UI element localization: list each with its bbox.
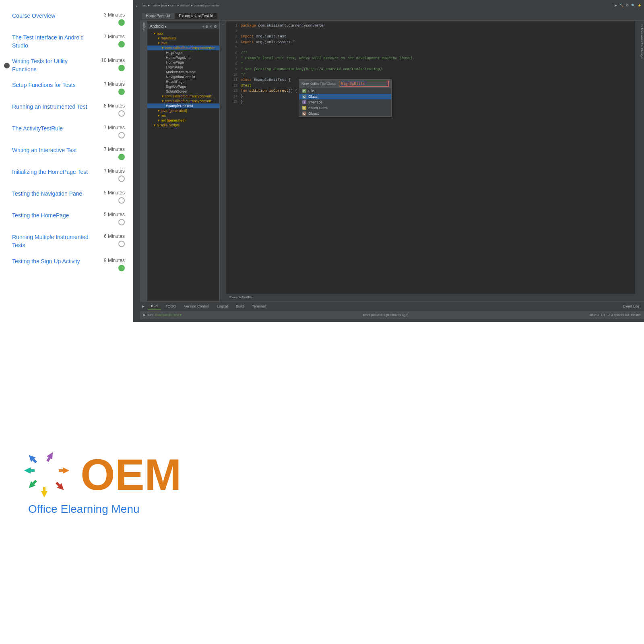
autocomplete-item-file[interactable]: F File [299, 88, 391, 94]
ide-bottom-panel: ▶ Run TODO Version Control Logcat Build … [140, 301, 644, 322]
svg-marker-12 [24, 467, 31, 474]
tree-item[interactable]: ExampleUnitTest [147, 103, 219, 108]
interface-icon: I [302, 100, 306, 104]
code-line-11: 11 class ExampleUnitTest { [229, 78, 632, 83]
tree-item[interactable]: ▾ java (generated) [147, 108, 219, 113]
logo-container: OEM Office Elearning Menu [24, 450, 182, 516]
sidebar-item-status-test-interface [118, 41, 125, 47]
sidebar-item-duration-homepage-test: 7 Minutes [104, 168, 125, 174]
oem-letter-o: OEM [80, 452, 182, 497]
tree-item[interactable]: LoginPage [147, 65, 219, 70]
svg-marker-4 [63, 467, 69, 474]
bottom-tab-terminal[interactable]: Terminal [249, 303, 269, 309]
autocomplete-label-object: Object [308, 111, 319, 116]
sidebar-item-multiple-tests[interactable]: Running Multiple Instrumented Tests6 Min… [12, 229, 125, 253]
tree-item[interactable]: ▾ com.skillsoft.currencyconverter (test) [147, 99, 219, 103]
sidebar-item-status-homepage-test [118, 175, 125, 182]
sidebar-item-status-signup-activity [118, 265, 125, 271]
autocomplete-dropdown[interactable]: New Kotlin File/Class F File C Class [299, 79, 392, 117]
oem-logo-arrows [24, 450, 72, 499]
sidebar-item-setup-functions[interactable]: Setup Functions for Tests7 Minutes [12, 77, 125, 99]
sidebar-item-status-activity-test-rule [118, 132, 125, 138]
tree-item[interactable]: ▾ res [147, 113, 219, 118]
tree-item[interactable]: SplashScreen [147, 89, 219, 94]
tree-item[interactable]: SignUpPage [147, 84, 219, 89]
main-container: Course Overview3 MinutesThe Test Interfa… [0, 0, 644, 644]
tree-item[interactable]: MarketStatusPage [147, 70, 219, 74]
ide-tab-exampleunit[interactable]: ExampleUnitTest.kt [175, 13, 218, 19]
autocomplete-input[interactable] [339, 81, 389, 87]
autocomplete-item-class[interactable]: C Class [299, 94, 391, 99]
ide-tab-homepage[interactable]: HomePage.kt [142, 13, 174, 19]
sidebar-item-duration-setup-functions: 7 Minutes [104, 81, 125, 87]
autocomplete-label-interface: Interface [308, 100, 322, 104]
tree-item[interactable]: HomePage [147, 60, 219, 65]
bottom-tab-eventlog[interactable]: Event Log [619, 303, 642, 309]
sidebar-item-signup-activity[interactable]: Testing the Sign Up Activity9 Minutes [12, 254, 125, 275]
sidebar-item-homepage[interactable]: Testing the HomePage5 Minutes [12, 208, 125, 229]
tree-item[interactable]: HomePageUnit [147, 55, 219, 60]
tree-item[interactable]: HelpPage [147, 50, 219, 55]
ide-status-bar: ▶ Run: ExampleUnitTest ▾ Tests passed: 1… [140, 311, 644, 319]
bottom-tab-logcat[interactable]: Logcat [214, 303, 231, 309]
sidebar-item-duration-instrumented-test: 8 Minutes [104, 103, 125, 109]
sidebar-item-duration-writing-tests: 10 Minutes [101, 58, 125, 63]
ide-left-strip: ≡ [133, 0, 140, 322]
tree-item[interactable]: ▾ app [147, 31, 219, 36]
sidebar-item-status-course-overview [118, 19, 125, 26]
tree-item[interactable]: ▾ manifests [147, 36, 219, 41]
svg-rect-9 [43, 487, 45, 491]
course-list: Course Overview3 MinutesThe Test Interfa… [12, 8, 125, 275]
file-tree: Android ▾ + ⊕ ✕ ⚙ ▾ app▾ manifests▾ java… [147, 21, 220, 301]
autocomplete-item-object[interactable]: O Object [299, 111, 391, 116]
sidebar-item-interactive-test[interactable]: Writing an Interactive Test7 Minutes [12, 142, 125, 164]
code-line-6: 6 /** [229, 51, 632, 56]
code-line-9: 9 * See [testing documentation](http://d… [229, 67, 632, 72]
tree-item[interactable]: NavigationPane.kt [147, 74, 219, 79]
sidebar-item-course-overview[interactable]: Course Overview3 Minutes [12, 8, 125, 30]
top-section: Course Overview3 MinutesThe Test Interfa… [0, 0, 644, 322]
autocomplete-label-file: File [308, 89, 314, 93]
sidebar-item-duration-course-overview: 3 Minutes [104, 12, 125, 18]
sidebar-item-test-interface[interactable]: The Test Interface in Android Studio7 Mi… [12, 30, 125, 54]
sidebar-item-activity-test-rule[interactable]: The ActivityTestRule7 Minutes [12, 121, 125, 142]
arrow-cluster [24, 450, 72, 499]
bottom-tab-run[interactable]: Run [148, 303, 161, 310]
autocomplete-item-interface[interactable]: I Interface [299, 99, 391, 105]
bottom-tab-build[interactable]: Build [233, 303, 247, 309]
sidebar-item-status-interactive-test [118, 154, 125, 160]
sidebar-item-homepage-test[interactable]: Initializing the HomePage Test7 Minutes [12, 164, 125, 186]
sidebar-item-title-instrumented-test: Running an Instrumented Test [12, 103, 89, 111]
bottom-tab-version[interactable]: Version Control [181, 303, 212, 309]
project-tab[interactable]: Project [142, 23, 145, 31]
sidebar-item-writing-tests[interactable]: Writing Tests for Utility Functions10 Mi… [12, 54, 125, 77]
tree-item[interactable]: ▾ com.skillsoft.currencyconverter [147, 45, 219, 50]
tree-item[interactable]: ▾ com.skillsoft.currencyconverter (andro… [147, 94, 219, 99]
sidebar-item-title-nav-pane: Testing the Navigation Pane [12, 190, 89, 198]
sidebar-item-title-homepage: Testing the HomePage [12, 212, 89, 220]
autocomplete-title: New Kotlin File/Class [301, 82, 336, 86]
code-line-3: 3 import org.junit.Test [229, 34, 632, 40]
autocomplete-label-enum: Enum class [308, 106, 327, 110]
tree-item[interactable]: ▾ Gradle Scripts [147, 123, 219, 128]
svg-marker-8 [41, 491, 47, 497]
sidebar-item-duration-signup-activity: 9 Minutes [104, 258, 125, 263]
tree-item[interactable]: ▾ java [147, 41, 219, 45]
left-strip-label: ≡ [135, 6, 138, 7]
code-line-7: 7 * Example local unit test, which will … [229, 56, 632, 62]
sidebar-item-title-setup-functions: Setup Functions for Tests [12, 81, 89, 89]
code-editor[interactable]: 1 package com.skillsoft.currencyconverte… [226, 21, 635, 301]
rpanel-file-changes[interactable]: 1↓ Bookmarks File Changes [635, 23, 644, 61]
sidebar-item-nav-pane[interactable]: Testing the Navigation Pane5 Minutes [12, 186, 125, 208]
code-line-14: 14 } [229, 94, 632, 100]
tree-item[interactable]: ResultPage [147, 79, 219, 84]
logo-top: OEM [24, 450, 182, 499]
bottom-tab-todo[interactable]: TODO [163, 303, 180, 309]
ide-main: arc ▸ main ▸ java ▸ com ▸ skillsoft ▸ cu… [140, 0, 644, 322]
tree-item[interactable]: ▾ net (generated) [147, 118, 219, 123]
class-icon: C [302, 95, 306, 99]
autocomplete-item-enum[interactable]: E Enum class [299, 105, 391, 111]
tree-collapse-strip[interactable]: ‹ [220, 21, 226, 301]
sidebar-item-instrumented-test[interactable]: Running an Instrumented Test8 Minutes [12, 99, 125, 121]
svg-rect-5 [59, 469, 63, 472]
